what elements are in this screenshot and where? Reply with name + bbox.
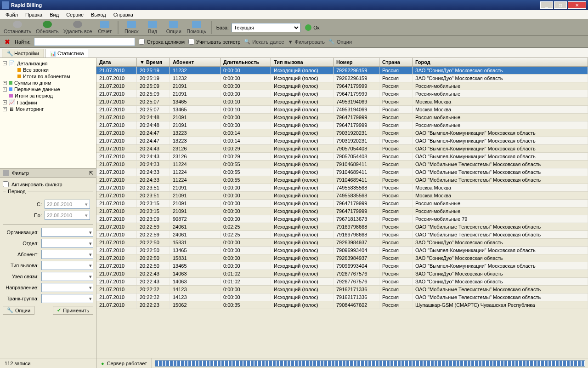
find-next-button[interactable]: 🔍Искать далее <box>244 39 284 45</box>
tree-monitor[interactable]: +🖥Мониторинг <box>1 106 95 112</box>
table-row[interactable]: 21.07.201020:22:59240610:02:25Исходящий … <box>96 223 588 231</box>
expand-icon[interactable]: + <box>3 100 7 104</box>
table-row[interactable]: 21.07.201020:24:43231260:00:29Исходящий … <box>96 145 588 153</box>
maximize-button[interactable]: □ <box>554 1 567 9</box>
table-row[interactable]: 21.07.201020:24:33112240:00:55Исходящий … <box>96 161 588 168</box>
table-row[interactable]: 21.07.201020:25:19112320:00:00Исходящий … <box>96 75 588 82</box>
tree-all-calls[interactable]: Все звонки <box>1 67 95 73</box>
menu-service[interactable]: Сервис <box>62 11 87 18</box>
collapse-icon[interactable]: − <box>3 61 7 65</box>
tree-detail[interactable]: −📄Детализация <box>1 60 95 67</box>
close-find-icon[interactable]: ✖ <box>4 38 11 46</box>
base-select[interactable]: Текущая <box>232 23 300 32</box>
table-row[interactable]: 21.07.201020:25:07134650:00:10Исходящий … <box>96 98 588 106</box>
col-city[interactable]: Город <box>413 58 588 66</box>
table-cell: 11224 <box>170 168 220 176</box>
tree-by-subscriber[interactable]: Итоги по абонентам <box>1 73 95 80</box>
search-button[interactable]: Поиск <box>121 20 141 35</box>
table-row[interactable]: 21.07.201020:23:51210910:00:00Исходящий … <box>96 184 588 192</box>
table-row[interactable]: 21.07.201020:25:09210910:00:00Исходящий … <box>96 82 588 90</box>
col-country[interactable]: Страна <box>379 58 413 66</box>
col-number[interactable]: Номер <box>334 58 379 66</box>
col-duration[interactable]: Длительность <box>220 58 271 66</box>
table-row[interactable]: 21.07.201020:22:50134650:00:00Исходящий … <box>96 247 588 254</box>
ok-button[interactable]: Ок <box>305 24 319 31</box>
tab-settings[interactable]: 🔧Настройки <box>2 49 44 58</box>
table-row[interactable]: 21.07.201020:24:47132230:00:14Исходящий … <box>96 129 588 137</box>
col-calltype[interactable]: Тип вызова <box>271 58 334 66</box>
table-row[interactable]: 21.07.201020:25:07134650:00:10Исходящий … <box>96 106 588 114</box>
table-row[interactable]: 21.07.201020:22:50158310:00:00Исходящий … <box>96 239 588 247</box>
grid-body[interactable]: 21.07.201020:25:19112320:00:00Исходящий … <box>96 67 588 358</box>
table-row[interactable]: 21.07.201020:23:09908720:00:00Исходящий … <box>96 215 588 223</box>
table-cell: 79104689411 <box>334 176 379 184</box>
tree-charts[interactable]: +📈Графики <box>1 99 95 106</box>
subscriber-select[interactable] <box>41 250 93 259</box>
table-row[interactable]: 21.07.201020:22:43140630:01:02Исходящий … <box>96 278 588 286</box>
col-time[interactable]: ▼ Время <box>137 58 170 66</box>
menu-edit[interactable]: Правка <box>22 11 46 18</box>
table-row[interactable]: 21.07.201020:23:15210910:00:00Исходящий … <box>96 207 588 215</box>
tree-by-day[interactable]: +Суммы по дням <box>1 80 95 86</box>
activate-filter-checkbox[interactable]: Активировать фильтр <box>3 180 93 188</box>
table-row[interactable]: 21.07.201020:24:48210910:00:00Исходящий … <box>96 114 588 121</box>
minimize-button[interactable]: _ <box>540 1 553 9</box>
date-to-input[interactable]: 22.08.2010▾ <box>45 211 90 220</box>
org-select[interactable] <box>41 228 93 237</box>
table-row[interactable]: 21.07.201020:23:51210910:00:00Исходящий … <box>96 192 588 200</box>
filter-options-button[interactable]: 🔧Опции <box>3 306 34 315</box>
table-row[interactable]: 21.07.201020:22:50158310:00:00Исходящий … <box>96 254 588 262</box>
report-button[interactable]: Отчет <box>95 20 115 35</box>
menu-file[interactable]: Файл <box>2 11 22 18</box>
menu-help[interactable]: Справка <box>110 11 137 18</box>
table-cell: 21.07.2010 <box>96 145 137 152</box>
tab-stats[interactable]: 📊Статистика <box>45 49 89 58</box>
view-button[interactable]: Вид <box>142 20 163 35</box>
table-row[interactable]: 21.07.201020:24:33112240:00:55Исходящий … <box>96 168 588 176</box>
table-cell: 21.07.2010 <box>96 129 137 137</box>
direction-select[interactable] <box>41 283 93 292</box>
stop-button[interactable]: Остановить <box>2 20 33 35</box>
tree-period[interactable]: Итоги за период <box>1 92 95 99</box>
apply-button[interactable]: ✔Применить <box>53 306 93 315</box>
table-row[interactable]: 21.07.201020:25:19112320:00:00Исходящий … <box>96 67 588 75</box>
table-row[interactable]: 21.07.201020:22:50134650:00:00Исходящий … <box>96 262 588 270</box>
table-row[interactable]: 21.07.201020:24:47132230:00:14Исходящий … <box>96 137 588 145</box>
tree-raw-data[interactable]: +Первичные данные <box>1 86 95 92</box>
whole-word-checkbox[interactable]: Строка целиком <box>139 39 185 45</box>
options-button[interactable]: Опции <box>164 20 184 35</box>
table-row[interactable]: 21.07.201020:24:48210910:00:00Исходящий … <box>96 121 588 129</box>
close-button[interactable]: ✕ <box>568 1 586 9</box>
match-case-checkbox[interactable]: Учитывать регистр <box>188 39 240 45</box>
expand-icon[interactable]: + <box>3 87 7 92</box>
trunk-select[interactable] <box>41 294 93 303</box>
table-row[interactable]: 21.07.201020:24:43231260:00:29Исходящий … <box>96 153 588 161</box>
find-options-button[interactable]: 🔧Опции <box>328 39 352 45</box>
collapse-filter-icon[interactable]: ⇱ <box>89 170 93 176</box>
table-row[interactable]: 21.07.201020:22:32141230:00:00Исходящий … <box>96 286 588 293</box>
refresh-button[interactable]: Обновить <box>34 20 61 35</box>
table-row[interactable]: 21.07.201020:22:23150620:00:35Исходящий … <box>96 301 588 309</box>
filter-button[interactable]: ▼Фильтровать <box>288 39 325 45</box>
dept-select[interactable] <box>41 239 93 248</box>
table-row[interactable]: 21.07.201020:22:59240610:02:25Исходящий … <box>96 231 588 239</box>
table-row[interactable]: 21.07.201020:23:15210910:00:00Исходящий … <box>96 200 588 207</box>
node-select[interactable] <box>41 272 93 281</box>
menu-view[interactable]: Вид <box>46 11 62 18</box>
expand-icon[interactable]: + <box>3 81 7 85</box>
table-row[interactable]: 21.07.201020:25:09210910:00:00Исходящий … <box>96 90 588 98</box>
date-from-input[interactable]: 22.08.2010▾ <box>45 200 90 209</box>
delete-all-button[interactable]: Удалить все <box>62 20 94 35</box>
menu-exit[interactable]: Выход <box>87 11 110 18</box>
table-row[interactable]: 21.07.201020:24:33112240:00:55Исходящий … <box>96 176 588 184</box>
table-cell: Россия-мобильные <box>413 82 588 90</box>
calltype-select[interactable] <box>41 261 93 270</box>
table-row[interactable]: 21.07.201020:22:43140630:01:02Исходящий … <box>96 270 588 278</box>
col-subscriber[interactable]: Абонент <box>170 58 220 66</box>
help-button[interactable]: Помощь <box>185 20 208 35</box>
table-row[interactable]: 21.07.201020:22:32141230:00:00Исходящий … <box>96 293 588 301</box>
find-input[interactable] <box>34 38 135 46</box>
col-date[interactable]: Дата <box>96 58 137 66</box>
table-cell: 20:22:59 <box>137 223 170 230</box>
expand-icon[interactable]: + <box>3 107 7 111</box>
